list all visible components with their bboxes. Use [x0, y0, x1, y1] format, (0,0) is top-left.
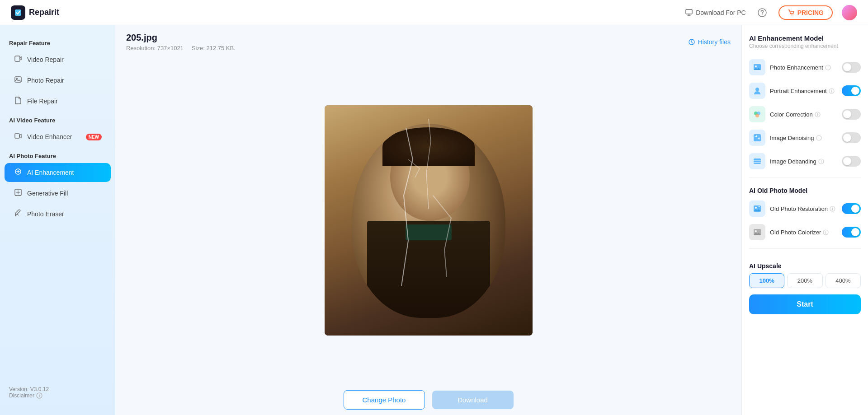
download-for-pc-button[interactable]: Download For PC: [685, 9, 746, 17]
upscale-options: 100% 200% 400%: [749, 273, 861, 288]
old-photo-colorizer-info-icon: [823, 229, 829, 235]
sidebar-footer: Version: V3.0.12 Disclaimer: [0, 379, 115, 406]
user-avatar[interactable]: [842, 5, 857, 20]
section-divider-2: [749, 248, 861, 249]
sidebar-item-label: File Repair: [27, 98, 102, 105]
start-button[interactable]: Start: [749, 294, 861, 314]
image-debanding-icon: [749, 153, 765, 169]
photo-eraser-icon: [14, 209, 23, 219]
history-files-button[interactable]: History files: [688, 38, 731, 46]
disclaimer-button[interactable]: Disclaimer: [9, 392, 106, 399]
sidebar-item-file-repair[interactable]: File Repair: [5, 92, 111, 111]
old-photo-colorizer-label: Old Photo Colorizer: [770, 229, 837, 236]
svg-point-27: [755, 207, 757, 209]
ai-upscale-section: AI Upscale 100% 200% 400% Start: [749, 258, 861, 314]
sidebar-item-label: Photo Repair: [27, 77, 102, 84]
help-button[interactable]: [755, 5, 769, 20]
pricing-button[interactable]: PRICING: [778, 5, 833, 20]
video-repair-icon: [14, 55, 23, 65]
change-photo-button[interactable]: Change Photo: [344, 390, 425, 410]
enhancement-model-title: AI Enhancement Model: [749, 34, 861, 42]
file-repair-icon: [14, 96, 23, 106]
svg-rect-24: [754, 159, 761, 164]
svg-point-8: [16, 78, 18, 79]
color-correction-info-icon: [815, 112, 821, 117]
old-photo-colorizer-row: Old Photo Colorizer: [749, 220, 861, 244]
version-label: Version: V3.0.12: [9, 386, 106, 392]
sidebar-item-label: AI Enhancement: [27, 169, 102, 176]
sidebar-item-label: Photo Eraser: [27, 210, 102, 218]
right-panel: AI Enhancement Model Choose correspondin…: [741, 25, 868, 415]
image-denoising-label: Image Denoising: [770, 135, 837, 141]
image-denoising-info-icon: [816, 135, 822, 141]
color-correction-row: Color Correction: [749, 103, 861, 126]
info-icon: [36, 392, 42, 399]
svg-rect-1: [686, 9, 692, 14]
svg-point-20: [755, 114, 759, 117]
sidebar-item-generative-fill[interactable]: Generative Fill: [5, 184, 111, 203]
svg-point-5: [793, 14, 793, 15]
color-correction-icon: [749, 106, 765, 122]
file-info-left: 205.jpg Resolution: 737×1021 Size: 212.7…: [126, 33, 236, 51]
photo-enhancement-toggle[interactable]: [842, 62, 861, 73]
portrait-enhancement-icon: [749, 83, 765, 99]
image-debanding-row: Image Debanding: [749, 149, 861, 173]
photo-repair-icon: [14, 75, 23, 85]
old-photo-restoration-row: Old Photo Restoration: [749, 197, 861, 220]
sidebar-item-label: Video Repair: [27, 56, 102, 63]
photo-enhancement-info-icon: [825, 65, 831, 70]
logo: Repairit: [11, 5, 59, 20]
sidebar-item-video-enhancer[interactable]: Video Enhancer NEW: [5, 127, 111, 146]
video-enhancer-icon: [14, 132, 23, 142]
old-photo-restoration-toggle[interactable]: [842, 203, 861, 214]
old-photo-restoration-info-icon: [830, 206, 835, 212]
image-debanding-info-icon: [818, 159, 824, 164]
logo-icon: [11, 5, 25, 20]
filename: 205.jpg: [126, 33, 236, 43]
svg-rect-22: [754, 134, 761, 141]
monitor-icon: [685, 9, 693, 17]
sidebar-item-label: Video Enhancer: [27, 133, 81, 140]
image-workspace: [115, 56, 741, 385]
image-denoising-icon: [749, 130, 765, 146]
svg-rect-9: [15, 134, 19, 138]
ai-photo-feature-section: AI Photo Feature: [0, 149, 115, 162]
svg-point-30: [755, 230, 757, 232]
image-debanding-label: Image Debanding: [770, 158, 837, 165]
sidebar-item-photo-eraser[interactable]: Photo Eraser: [5, 205, 111, 224]
svg-rect-7: [15, 77, 21, 82]
sidebar-item-video-repair[interactable]: Video Repair: [5, 50, 111, 69]
logo-text: Repairit: [29, 8, 59, 17]
cart-icon: [788, 9, 795, 16]
resolution: Resolution: 737×1021: [126, 45, 184, 51]
old-photo-restoration-label: Old Photo Restoration: [770, 205, 837, 212]
color-correction-label: Color Correction: [770, 111, 837, 118]
upscale-400-button[interactable]: 400%: [826, 273, 861, 288]
ai-upscale-title: AI Upscale: [749, 262, 861, 270]
old-photo-restoration-icon: [749, 201, 765, 217]
enhancement-model-subtitle: Choose corresponding enhancement: [749, 43, 861, 49]
image-container: [325, 105, 533, 336]
photo-enhancement-icon: [749, 59, 765, 75]
sidebar-item-label: Generative Fill: [27, 190, 102, 197]
crack-overlay: [325, 105, 533, 336]
sidebar-item-ai-enhancement[interactable]: AI Enhancement: [5, 163, 111, 182]
old-photo-model-title: AI Old Photo Model: [749, 187, 861, 194]
old-photo-colorizer-toggle[interactable]: [842, 227, 861, 238]
image-debanding-toggle[interactable]: [842, 156, 861, 167]
portrait-enhancement-info-icon: [829, 88, 835, 94]
generative-fill-icon: [14, 188, 23, 198]
upscale-100-button[interactable]: 100%: [749, 273, 784, 288]
portrait-enhancement-toggle[interactable]: [842, 85, 861, 96]
upscale-200-button[interactable]: 200%: [787, 273, 822, 288]
image-denoising-row: Image Denoising: [749, 126, 861, 149]
svg-point-16: [755, 88, 759, 91]
sidebar-item-photo-repair[interactable]: Photo Repair: [5, 71, 111, 90]
color-correction-toggle[interactable]: [842, 109, 861, 120]
image-denoising-toggle[interactable]: [842, 132, 861, 143]
old-photo-colorizer-icon: [749, 224, 765, 240]
portrait-enhancement-row: Portrait Enhancement: [749, 79, 861, 103]
new-badge: NEW: [86, 134, 102, 140]
history-icon: [688, 38, 695, 46]
download-button[interactable]: Download: [432, 391, 514, 409]
